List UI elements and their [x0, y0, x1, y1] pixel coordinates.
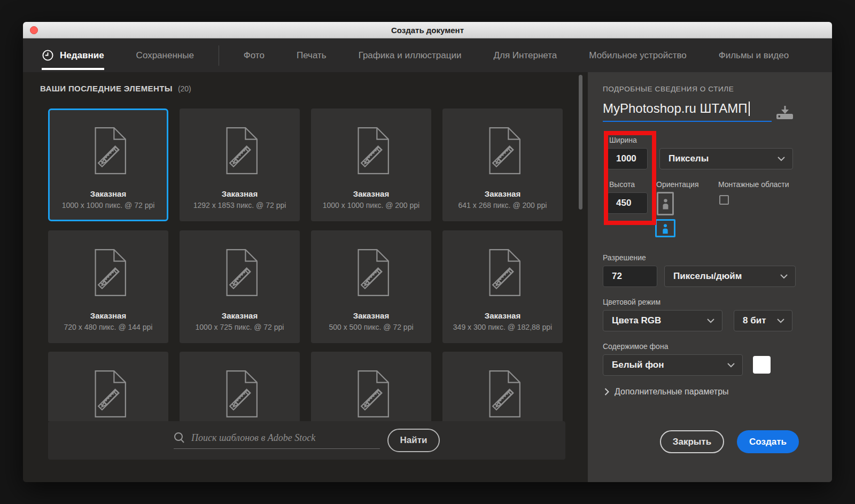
template-card[interactable] [48, 352, 168, 421]
document-ruler-pencil-icon [483, 124, 523, 177]
preset-details-header: ПОДРОБНЫЕ СВЕДЕНИЯ О СТИЛЕ [603, 85, 734, 93]
recent-items-header: ВАШИ ПОСЛЕДНИЕ ЭЛЕМЕНТЫ (20) [40, 84, 191, 93]
color-mode-label: Цветовой режим [603, 298, 660, 306]
tab-recent[interactable]: Недавние [42, 49, 104, 61]
new-document-dialog: Создать документ Недавние Сохраненные Фо… [23, 22, 832, 482]
background-color-swatch[interactable] [753, 356, 771, 374]
height-field[interactable]: 450 [607, 192, 648, 214]
artboards-label: Монтажные области [718, 180, 789, 189]
template-card[interactable]: Заказная 1000 x 725 пикс. @ 72 ppi [180, 230, 300, 343]
recent-items-count: (20) [178, 84, 191, 93]
tab-web[interactable]: Для Интернета [494, 50, 557, 61]
resolution-label: Разрешение [603, 253, 646, 262]
template-card[interactable]: Заказная 720 x 480 пикс. @ 144 ppi [48, 230, 168, 343]
template-card[interactable] [311, 352, 431, 421]
resolution-units-dropdown[interactable]: Пикселы/дюйм [664, 266, 796, 287]
resolution-field[interactable]: 72 [603, 266, 657, 287]
orientation-portrait-icon[interactable] [657, 192, 674, 215]
magnifier-icon [174, 432, 185, 444]
document-ruler-pencil-icon [483, 246, 523, 299]
orientation-landscape-icon[interactable] [655, 219, 675, 237]
tab-film-video[interactable]: Фильмы и видео [719, 50, 789, 61]
recent-row-2: Заказная 720 x 480 пикс. @ 144 ppi Заказ… [48, 230, 563, 343]
stock-search-bar: Найти [48, 421, 565, 460]
document-ruler-pencil-icon [220, 124, 260, 177]
title-bar: Создать документ [23, 22, 832, 38]
search-input[interactable] [191, 432, 373, 444]
template-card[interactable]: Заказная 500 x 500 пикс. @ 72 ppi [311, 230, 431, 343]
tab-divider [219, 45, 219, 66]
units-dropdown[interactable]: Пикселы [659, 148, 793, 169]
chevron-down-icon [727, 363, 735, 368]
template-card[interactable]: Заказная 1292 x 1853 пикс. @ 72 ppi [180, 108, 300, 221]
recent-row-1: Заказная 1000 x 1000 пикс. @ 72 ppi Зака… [48, 108, 563, 221]
preset-details-panel: ПОДРОБНЫЕ СВЕДЕНИЯ О СТИЛЕ MyPhotoshop.r… [588, 72, 832, 482]
recent-row-3-partial [48, 352, 563, 421]
bit-depth-dropdown[interactable]: 8 бит [734, 310, 792, 331]
template-card[interactable]: Заказная 1000 x 1000 пикс. @ 200 ppi [311, 108, 431, 221]
document-ruler-pencil-icon [352, 124, 391, 177]
find-button[interactable]: Найти [387, 429, 440, 452]
document-ruler-pencil-icon [220, 246, 260, 299]
height-label: Высота [609, 180, 635, 189]
chevron-right-icon [604, 388, 609, 396]
close-button[interactable]: Закрыть [660, 430, 724, 453]
create-button[interactable]: Создать [737, 430, 799, 453]
tab-photo[interactable]: Фото [244, 50, 265, 61]
chevron-down-icon [707, 319, 714, 323]
chevron-down-icon [780, 274, 788, 279]
chevron-down-icon [777, 319, 784, 323]
color-mode-dropdown[interactable]: Цвета RGB [603, 310, 722, 331]
recent-items-panel: ВАШИ ПОСЛЕДНИЕ ЭЛЕМЕНТЫ (20) Заказная 10… [23, 72, 588, 482]
card-specs: 1000 x 1000 пикс. @ 72 ppi [62, 201, 155, 210]
clock-icon [42, 49, 54, 61]
template-card[interactable]: Заказная 641 x 268 пикс. @ 200 ppi [442, 108, 563, 221]
artboards-checkbox[interactable] [719, 195, 729, 205]
orientation-label: Ориентация [656, 180, 698, 189]
category-tab-bar: Недавние Сохраненные Фото Печать Графика… [23, 38, 832, 72]
document-ruler-pencil-icon [352, 246, 391, 299]
dialog-title: Создать документ [391, 26, 464, 35]
tab-label: Недавние [60, 50, 104, 61]
document-ruler-pencil-icon [483, 367, 523, 421]
template-card[interactable] [442, 352, 563, 421]
background-contents-dropdown[interactable]: Белый фон [603, 354, 743, 376]
document-ruler-pencil-icon [89, 367, 128, 421]
card-title: Заказная [90, 189, 126, 198]
tab-art-illustration[interactable]: Графика и иллюстрации [359, 50, 462, 61]
document-ruler-pencil-icon [220, 367, 260, 421]
template-card[interactable] [180, 352, 300, 421]
tab-saved[interactable]: Сохраненные [136, 50, 194, 61]
template-card[interactable]: Заказная 349 x 300 пикс. @ 182,88 ppi [442, 230, 563, 343]
text-cursor [749, 102, 750, 116]
chevron-down-icon [778, 157, 785, 161]
tab-print[interactable]: Печать [297, 50, 327, 61]
document-name-input[interactable]: MyPhotoshop.ru ШТАМП [603, 101, 772, 122]
document-ruler-pencil-icon [89, 246, 128, 299]
document-ruler-pencil-icon [89, 124, 128, 177]
scrollbar-thumb[interactable] [579, 75, 582, 210]
close-window-button[interactable] [30, 26, 38, 34]
template-card[interactable]: Заказная 1000 x 1000 пикс. @ 72 ppi [48, 108, 168, 221]
width-label: Ширина [609, 136, 637, 144]
advanced-options-toggle[interactable]: Дополнительные параметры [604, 387, 729, 397]
search-field [174, 432, 380, 449]
width-field[interactable]: 1000 [607, 148, 648, 169]
background-contents-label: Содержимое фона [603, 342, 668, 351]
download-icon[interactable] [776, 105, 794, 120]
document-ruler-pencil-icon [352, 367, 391, 421]
tab-mobile[interactable]: Мобильное устройство [589, 50, 686, 61]
